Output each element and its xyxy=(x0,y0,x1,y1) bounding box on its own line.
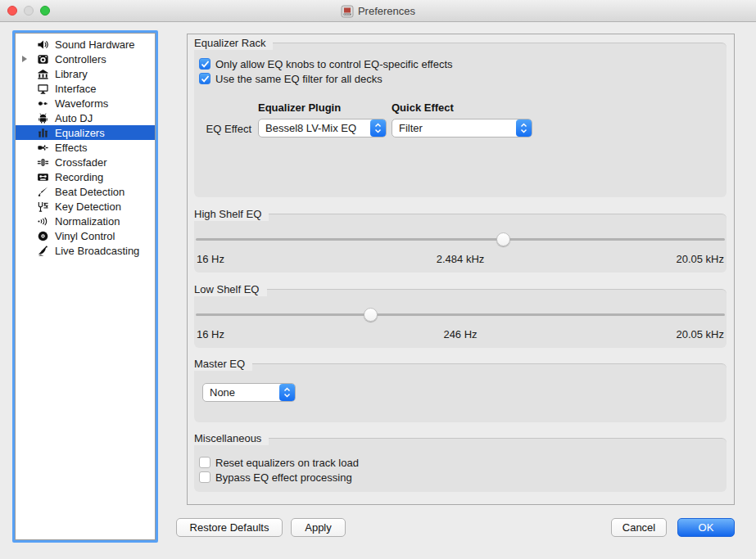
dropdown-value: None xyxy=(203,386,279,399)
high-shelf-eq-groupbox: High Shelf EQ 16 Hz 2.484 kHz 20.05 kHz xyxy=(194,214,727,273)
groupbox-title: Low Shelf EQ xyxy=(194,282,267,296)
sidebar-item-equalizers[interactable]: Equalizers xyxy=(16,125,155,140)
sidebar-item-waveforms[interactable]: Waveforms xyxy=(16,96,155,110)
whip-icon xyxy=(36,186,49,198)
dropdown-value: Filter xyxy=(392,122,516,134)
groupbox-title: High Shelf EQ xyxy=(194,207,269,221)
eq-knobs-checkbox-row[interactable]: Only allow EQ knobs to control EQ-specif… xyxy=(199,57,453,70)
sidebar-item-key-detection[interactable]: Key Detection xyxy=(16,199,155,214)
sidebar-item-recording[interactable]: Recording xyxy=(16,169,155,184)
reset-equalizers-checkbox[interactable] xyxy=(199,457,211,468)
equalizer-bars-icon xyxy=(36,127,49,139)
restore-defaults-button[interactable]: Restore Defaults xyxy=(176,518,283,537)
slider-track[interactable] xyxy=(196,238,725,241)
slider-handle[interactable] xyxy=(364,308,378,322)
library-icon xyxy=(36,68,49,80)
sidebar-item-crossfader[interactable]: Crossfader xyxy=(16,155,155,169)
dropdown-stepper-icon xyxy=(370,119,386,137)
eq-effect-row-label: EQ Effect xyxy=(194,123,251,135)
quick-effect-dropdown[interactable]: Filter xyxy=(392,119,532,137)
dropdown-value: Bessel8 LV-Mix EQ xyxy=(259,122,370,134)
equalizer-rack-groupbox: Equalizer Rack Only allow EQ knobs to co… xyxy=(194,43,727,197)
slider-max-label: 20.05 kHz xyxy=(548,253,724,265)
same-filter-checkbox[interactable] xyxy=(199,73,211,84)
master-eq-groupbox: Master EQ None xyxy=(194,363,727,422)
master-eq-dropdown[interactable]: None xyxy=(202,383,296,402)
window-title: Preferences xyxy=(358,5,415,17)
slider-handle[interactable] xyxy=(496,232,510,246)
preferences-window: { "window": { "title": "Preferences" }, … xyxy=(0,0,756,559)
equalizer-plugin-column-header: Equalizer Plugin xyxy=(258,101,341,114)
ok-button[interactable]: OK xyxy=(677,518,735,537)
same-filter-checkbox-row[interactable]: Use the same EQ filter for all decks xyxy=(199,72,383,85)
equalizer-plugin-dropdown[interactable]: Bessel8 LV-Mix EQ xyxy=(258,119,387,137)
robot-icon xyxy=(36,112,49,124)
speaker-icon xyxy=(36,38,49,51)
sidebar-item-label: Vinyl Control xyxy=(55,230,115,242)
cancel-button[interactable]: Cancel xyxy=(611,518,667,537)
reset-equalizers-checkbox-row[interactable]: Reset equalizers on track load xyxy=(199,456,359,469)
sidebar-item-interface[interactable]: Interface xyxy=(16,81,155,96)
checkbox-label: Use the same EQ filter for all decks xyxy=(215,73,383,85)
sidebar-item-sound-hardware[interactable]: Sound Hardware xyxy=(16,37,155,52)
slider-min-label: 16 Hz xyxy=(197,328,373,340)
sidebar-item-label: Equalizers xyxy=(55,127,105,139)
sidebar-item-beat-detection[interactable]: Beat Detection xyxy=(16,184,155,199)
sidebar-item-label: Key Detection xyxy=(55,201,121,213)
sidebar-item-live-broadcasting[interactable]: Live Broadcasting xyxy=(16,243,155,258)
sidebar-item-label: Recording xyxy=(55,171,103,183)
groupbox-title: Equalizer Rack xyxy=(194,36,273,50)
sidebar-item-label: Auto DJ xyxy=(55,112,93,124)
satellite-icon xyxy=(36,245,49,257)
sidebar-item-library[interactable]: Library xyxy=(16,66,155,81)
low-shelf-eq-groupbox: Low Shelf EQ 16 Hz 246 Hz 20.05 kHz xyxy=(194,289,727,348)
sidebar-item-label: Beat Detection xyxy=(55,186,124,198)
preferences-category-list: Sound Hardware Controllers xyxy=(12,30,158,543)
sidebar-item-label: Interface xyxy=(55,83,97,95)
sidebar-item-label: Crossfader xyxy=(55,156,107,169)
sound-waves-icon xyxy=(36,215,49,228)
sidebar-item-label: Live Broadcasting xyxy=(55,245,139,257)
slider-min-label: 16 Hz xyxy=(197,253,373,265)
checkbox-label: Only allow EQ knobs to control EQ-specif… xyxy=(215,58,453,70)
title-bar: Preferences xyxy=(0,0,756,22)
waveform-icon xyxy=(36,97,49,110)
checkmark-icon xyxy=(201,75,210,83)
app-proxy-icon xyxy=(341,5,354,18)
controller-icon xyxy=(36,53,49,65)
slider-current-value: 2.484 kHz xyxy=(373,253,549,265)
high-shelf-eq-slider[interactable] xyxy=(194,232,727,246)
slider-track[interactable] xyxy=(196,313,725,316)
dropdown-stepper-icon xyxy=(516,119,532,137)
checkbox-label: Reset equalizers on track load xyxy=(215,457,359,469)
quick-effect-column-header: Quick Effect xyxy=(392,101,454,114)
groupbox-title: Miscellaneous xyxy=(194,431,269,445)
sidebar-item-effects[interactable]: Effects xyxy=(16,140,155,155)
low-shelf-eq-slider[interactable] xyxy=(194,307,727,322)
equalizers-preferences-pane: Equalizer Rack Only allow EQ knobs to co… xyxy=(187,34,735,505)
bypass-eq-checkbox-row[interactable]: Bypass EQ effect processing xyxy=(199,471,352,484)
sidebar-item-controllers[interactable]: Controllers xyxy=(16,52,155,66)
bypass-eq-checkbox[interactable] xyxy=(199,471,211,483)
sidebar-item-normalization[interactable]: Normalization xyxy=(16,214,155,228)
disclosure-triangle-icon[interactable] xyxy=(22,56,27,62)
sidebar-item-label: Controllers xyxy=(55,53,106,65)
sidebar-item-label: Library xyxy=(55,68,88,80)
groupbox-title: Master EQ xyxy=(194,357,252,371)
dropdown-stepper-icon xyxy=(279,384,295,401)
cassette-icon xyxy=(36,171,49,183)
vinyl-icon xyxy=(36,230,49,242)
tuning-fork-icon xyxy=(36,201,49,213)
eq-knobs-checkbox[interactable] xyxy=(199,58,211,70)
crossfader-icon xyxy=(36,156,49,169)
sidebar-item-label: Normalization xyxy=(55,215,120,228)
sidebar-item-auto-dj[interactable]: Auto DJ xyxy=(16,110,155,125)
apply-button[interactable]: Apply xyxy=(291,518,346,537)
checkmark-icon xyxy=(201,61,210,68)
plug-icon xyxy=(36,142,49,154)
slider-current-value: 246 Hz xyxy=(373,328,549,340)
sidebar-item-label: Sound Hardware xyxy=(55,38,135,51)
sidebar-item-label: Effects xyxy=(55,142,88,154)
sidebar-item-vinyl-control[interactable]: Vinyl Control xyxy=(16,228,155,243)
sidebar-item-label: Waveforms xyxy=(55,97,108,110)
